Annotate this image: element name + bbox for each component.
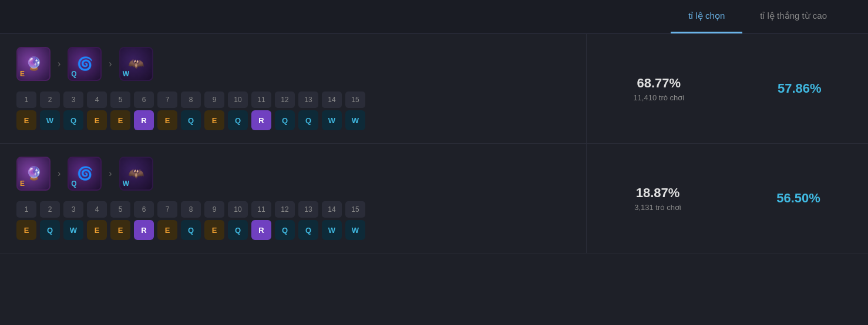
right-section-1: 68.77% 11,410 trò chơi 57.86% — [586, 34, 868, 143]
level-num-1-11: 11 — [251, 92, 271, 108]
skill-btn-2-10: Q — [228, 220, 248, 240]
level-col-1-2: 2 W — [40, 92, 60, 130]
level-col-1-12: 12 Q — [275, 92, 295, 130]
level-col-2-14: 14 W — [322, 201, 342, 240]
champion-icon-w-2: 🦇 W — [119, 157, 153, 191]
skill-btn-1-11: R — [251, 110, 271, 130]
arrow-1: › — [58, 59, 60, 69]
level-col-2-13: 13 Q — [298, 201, 318, 240]
skill-btn-1-10: Q — [228, 110, 248, 130]
level-num-2-2: 2 — [40, 201, 60, 218]
key-label-q-2: Q — [71, 180, 76, 188]
level-num-1-14: 14 — [322, 92, 342, 108]
skill-btn-2-6: R — [134, 220, 154, 240]
level-num-1-2: 2 — [40, 92, 60, 108]
skill-btn-1-6: R — [134, 110, 154, 130]
level-col-2-4: 4 E — [87, 201, 107, 240]
level-col-1-3: 3 Q — [63, 92, 83, 130]
level-num-2-9: 9 — [204, 201, 224, 218]
level-col-2-9: 9 E — [204, 201, 224, 240]
level-num-1-6: 6 — [134, 92, 154, 108]
level-num-2-13: 13 — [298, 201, 318, 218]
key-label-q-1: Q — [71, 70, 76, 78]
skill-row-1: 🔮 E › 🌀 Q › 🦇 W 1 E — [0, 34, 868, 144]
level-col-1-7: 7 E — [157, 92, 177, 130]
level-num-2-14: 14 — [322, 201, 342, 218]
champion-icon-e-1: 🔮 E — [16, 47, 51, 81]
level-num-1-5: 5 — [110, 92, 130, 108]
skill-btn-2-5: E — [110, 220, 130, 240]
level-num-1-10: 10 — [228, 92, 248, 108]
champion-icon-q-1: 🌀 Q — [68, 47, 102, 81]
skill-btn-1-9: E — [204, 110, 224, 130]
level-col-1-10: 10 Q — [228, 92, 248, 130]
level-col-1-11: 11 R — [251, 92, 271, 130]
skill-btn-1-2: W — [40, 110, 60, 130]
skill-row-2: 🔮 E › 🌀 Q › 🦇 W 1 E — [0, 144, 868, 253]
tab-win-rate[interactable]: tỉ lệ thắng từ cao — [742, 0, 845, 33]
level-col-2-6: 6 R — [134, 201, 154, 240]
tab-pick-rate[interactable]: tỉ lệ chọn — [671, 0, 742, 33]
arrow-3: › — [58, 168, 60, 179]
level-col-2-1: 1 E — [16, 201, 36, 240]
arrow-4: › — [109, 168, 112, 179]
stat-pick-2: 18.87% 3,131 trò chơi — [623, 174, 693, 224]
stat-win-1: 57.86% — [766, 69, 833, 108]
level-num-2-12: 12 — [275, 201, 295, 218]
level-num-2-5: 5 — [110, 201, 130, 218]
skill-btn-2-13: Q — [298, 220, 318, 240]
skill-btn-1-15: W — [345, 110, 365, 130]
level-num-1-12: 12 — [275, 92, 295, 108]
level-num-2-10: 10 — [228, 201, 248, 218]
level-col-2-15: 15 W — [345, 201, 365, 240]
skill-order-top-2: 🔮 E › 🌀 Q › 🦇 W — [16, 157, 570, 191]
level-col-2-3: 3 W — [63, 201, 83, 240]
champion-icon-e-2: 🔮 E — [16, 157, 51, 191]
level-col-2-7: 7 E — [157, 201, 177, 240]
pick-rate-2: 18.87% — [634, 185, 681, 201]
arrow-2: › — [109, 59, 112, 69]
level-num-1-8: 8 — [181, 92, 201, 108]
level-col-1-4: 4 E — [87, 92, 107, 130]
level-num-2-3: 3 — [63, 201, 83, 218]
skill-btn-1-3: Q — [63, 110, 83, 130]
skill-btn-1-13: Q — [298, 110, 318, 130]
stat-pick-1: 68.77% 11,410 trò chơi — [621, 64, 696, 114]
level-num-1-7: 7 — [157, 92, 177, 108]
level-num-1-1: 1 — [16, 92, 36, 108]
level-col-1-1: 1 E — [16, 92, 36, 130]
level-col-1-13: 13 Q — [298, 92, 318, 130]
left-section-2: 🔮 E › 🌀 Q › 🦇 W 1 E — [0, 144, 586, 253]
skill-btn-2-7: E — [157, 220, 177, 240]
main-content: 🔮 E › 🌀 Q › 🦇 W 1 E — [0, 34, 868, 253]
level-num-2-11: 11 — [251, 201, 271, 218]
level-num-1-15: 15 — [345, 92, 365, 108]
skill-grid-1: 1 E 2 W 3 Q 4 E 5 E — [16, 92, 570, 130]
level-col-1-6: 6 R — [134, 92, 154, 130]
skill-btn-2-11: R — [251, 220, 271, 240]
skill-btn-1-8: Q — [181, 110, 201, 130]
level-num-2-6: 6 — [134, 201, 154, 218]
key-label-e-1: E — [20, 70, 25, 78]
level-col-2-10: 10 Q — [228, 201, 248, 240]
skill-btn-1-7: E — [157, 110, 177, 130]
level-num-2-8: 8 — [181, 201, 201, 218]
skill-btn-1-5: E — [110, 110, 130, 130]
level-col-2-2: 2 Q — [40, 201, 60, 240]
champion-icon-q-2: 🌀 Q — [68, 157, 102, 191]
level-col-1-8: 8 Q — [181, 92, 201, 130]
header-tabs: tỉ lệ chọn tỉ lệ thắng từ cao — [0, 0, 868, 34]
level-col-2-12: 12 Q — [275, 201, 295, 240]
games-1: 11,410 trò chơi — [633, 93, 684, 102]
key-label-e-2: E — [20, 180, 25, 188]
right-section-2: 18.87% 3,131 trò chơi 56.50% — [586, 144, 868, 253]
level-num-2-1: 1 — [16, 201, 36, 218]
key-label-w-1: W — [123, 70, 129, 78]
level-num-2-15: 15 — [345, 201, 365, 218]
pick-rate-1: 68.77% — [633, 76, 684, 91]
skill-btn-1-14: W — [322, 110, 342, 130]
skill-btn-2-3: W — [63, 220, 83, 240]
skill-btn-1-12: Q — [275, 110, 295, 130]
skill-btn-2-2: Q — [40, 220, 60, 240]
games-2: 3,131 trò chơi — [634, 203, 681, 212]
